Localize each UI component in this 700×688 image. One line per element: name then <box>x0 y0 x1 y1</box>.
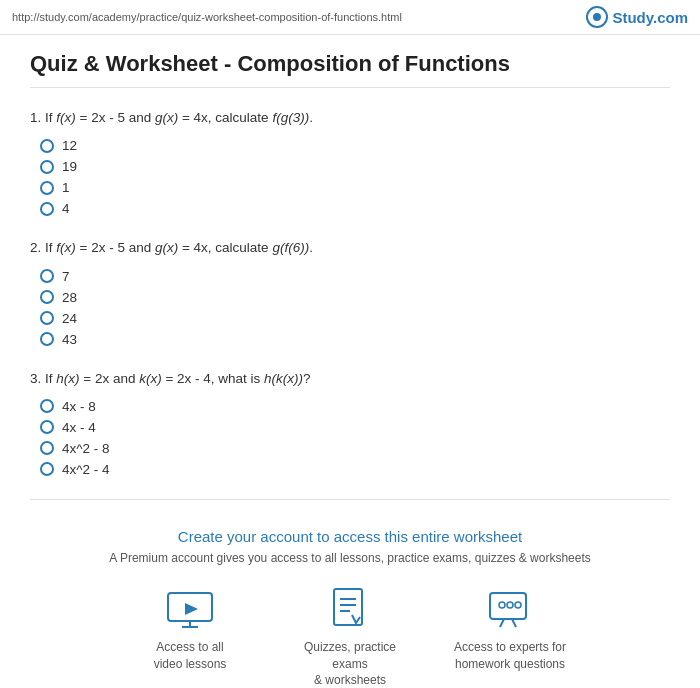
q1-eq2: = 4x, calculate <box>178 110 272 125</box>
upsell-title: Create your account to access this entir… <box>50 528 650 545</box>
q2-label-3: 24 <box>62 311 77 326</box>
experts-icon <box>486 585 534 633</box>
q3-label-1: 4x - 8 <box>62 399 96 414</box>
q3-radio-2[interactable] <box>40 420 54 434</box>
q3-option-2[interactable]: 4x - 4 <box>40 420 670 435</box>
upsell-divider <box>30 499 670 500</box>
q3-label-3: 4x^2 - 8 <box>62 441 110 456</box>
q1-label-2: 19 <box>62 159 77 174</box>
feature-quizzes: Quizzes, practice exams& worksheets <box>290 585 410 688</box>
q3-option-1[interactable]: 4x - 8 <box>40 399 670 414</box>
quizzes-icon <box>326 585 374 633</box>
svg-point-11 <box>499 602 505 608</box>
q1-option-2[interactable]: 19 <box>40 159 670 174</box>
q3-option-3[interactable]: 4x^2 - 8 <box>40 441 670 456</box>
question-1-options: 12 19 1 4 <box>30 138 670 216</box>
top-bar: http://study.com/academy/practice/quiz-w… <box>0 0 700 35</box>
feature-video-lessons: Access to allvideo lessons <box>130 585 250 688</box>
q1-eq1: = 2x - 5 and <box>76 110 155 125</box>
q2-option-2[interactable]: 28 <box>40 290 670 305</box>
q1-ask: f(g(3)) <box>272 110 309 125</box>
q3-radio-4[interactable] <box>40 462 54 476</box>
q2-pre: 2. If <box>30 240 56 255</box>
url-bar: http://study.com/academy/practice/quiz-w… <box>12 11 402 23</box>
q1-option-1[interactable]: 12 <box>40 138 670 153</box>
q2-option-1[interactable]: 7 <box>40 269 670 284</box>
question-2-text: 2. If f(x) = 2x - 5 and g(x) = 4x, calcu… <box>30 238 670 258</box>
feature-video-label: Access to allvideo lessons <box>154 639 227 673</box>
q1-pre: 1. If <box>30 110 56 125</box>
question-1: 1. If f(x) = 2x - 5 and g(x) = 4x, calcu… <box>30 108 670 216</box>
q2-post: . <box>309 240 313 255</box>
q2-radio-4[interactable] <box>40 332 54 346</box>
q3-radio-3[interactable] <box>40 441 54 455</box>
q3-label-2: 4x - 4 <box>62 420 96 435</box>
svg-marker-3 <box>185 603 198 615</box>
upsell-section: Create your account to access this entir… <box>30 518 670 688</box>
q3-post: ? <box>303 371 311 386</box>
q2-eq2: = 4x, calculate <box>178 240 272 255</box>
q3-kx: k(x) <box>139 371 162 386</box>
question-1-text: 1. If f(x) = 2x - 5 and g(x) = 4x, calcu… <box>30 108 670 128</box>
q2-option-3[interactable]: 24 <box>40 311 670 326</box>
q2-radio-2[interactable] <box>40 290 54 304</box>
q2-radio-3[interactable] <box>40 311 54 325</box>
page-title: Quiz & Worksheet - Composition of Functi… <box>30 51 670 88</box>
upsell-subtitle: A Premium account gives you access to al… <box>50 551 650 565</box>
question-2: 2. If f(x) = 2x - 5 and g(x) = 4x, calcu… <box>30 238 670 346</box>
feature-experts: Access to experts forhomework questions <box>450 585 570 688</box>
main-content: Quiz & Worksheet - Composition of Functi… <box>0 35 700 688</box>
q1-radio-2[interactable] <box>40 160 54 174</box>
feature-experts-label: Access to experts forhomework questions <box>454 639 566 673</box>
q1-post: . <box>309 110 313 125</box>
q2-fx: f(x) <box>56 240 76 255</box>
studycom-logo-icon <box>586 6 608 28</box>
q3-hx: h(x) <box>56 371 79 386</box>
q2-label-4: 43 <box>62 332 77 347</box>
q2-label-2: 28 <box>62 290 77 305</box>
svg-point-13 <box>515 602 521 608</box>
question-3-text: 3. If h(x) = 2x and k(x) = 2x - 4, what … <box>30 369 670 389</box>
q3-label-4: 4x^2 - 4 <box>62 462 110 477</box>
q1-fx: f(x) <box>56 110 76 125</box>
q1-radio-4[interactable] <box>40 202 54 216</box>
q1-option-3[interactable]: 1 <box>40 180 670 195</box>
upsell-features: Access to allvideo lessons Quizzes, prac… <box>50 585 650 688</box>
question-3: 3. If h(x) = 2x and k(x) = 2x - 4, what … <box>30 369 670 477</box>
q2-radio-1[interactable] <box>40 269 54 283</box>
logo-text: Study.com <box>612 9 688 26</box>
svg-point-1 <box>593 13 601 21</box>
q1-label-1: 12 <box>62 138 77 153</box>
q3-eq2: = 2x - 4, what is <box>162 371 264 386</box>
q1-label-3: 1 <box>62 180 70 195</box>
q1-label-4: 4 <box>62 201 70 216</box>
svg-point-12 <box>507 602 513 608</box>
q1-radio-3[interactable] <box>40 181 54 195</box>
q2-ask: g(f(6)) <box>272 240 309 255</box>
feature-quizzes-label: Quizzes, practice exams& worksheets <box>290 639 410 688</box>
q3-radio-1[interactable] <box>40 399 54 413</box>
q1-option-4[interactable]: 4 <box>40 201 670 216</box>
q3-option-4[interactable]: 4x^2 - 4 <box>40 462 670 477</box>
q2-label-1: 7 <box>62 269 70 284</box>
logo-area: Study.com <box>586 6 688 28</box>
question-2-options: 7 28 24 43 <box>30 269 670 347</box>
q3-ask: h(k(x)) <box>264 371 303 386</box>
video-lessons-icon <box>166 585 214 633</box>
q3-pre: 3. If <box>30 371 56 386</box>
q2-gx: g(x) <box>155 240 178 255</box>
q2-option-4[interactable]: 43 <box>40 332 670 347</box>
question-3-options: 4x - 8 4x - 4 4x^2 - 8 4x^2 - 4 <box>30 399 670 477</box>
q1-gx: g(x) <box>155 110 178 125</box>
q1-radio-1[interactable] <box>40 139 54 153</box>
q3-eq1: = 2x and <box>80 371 140 386</box>
q2-eq1: = 2x - 5 and <box>76 240 155 255</box>
